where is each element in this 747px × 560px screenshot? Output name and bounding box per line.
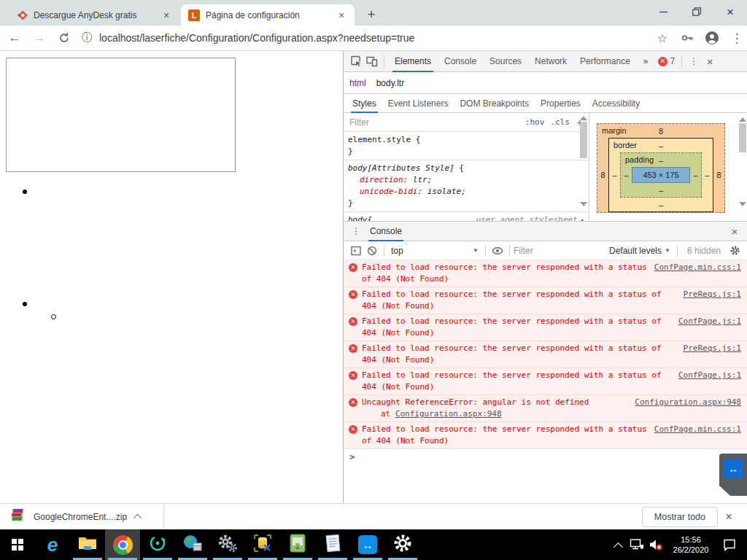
scroll-up-arrow[interactable]: [739, 117, 746, 122]
new-tab-button[interactable]: +: [362, 5, 381, 24]
taskbar-database-tool-button[interactable]: [245, 529, 280, 560]
cls-toggle[interactable]: .cls: [550, 117, 570, 127]
tab-dom-breakpoints[interactable]: DOM Breakpoints: [454, 94, 535, 113]
browser-tab-anydesk[interactable]: Descargue AnyDesk gratis ×: [9, 4, 179, 26]
tab-properties[interactable]: Properties: [535, 94, 587, 113]
tab-close-icon[interactable]: ×: [336, 9, 347, 21]
console-sidebar-icon[interactable]: [348, 243, 364, 259]
scroll-down-arrow[interactable]: [739, 202, 746, 206]
console-source-link[interactable]: ConfPage.min.css:1: [654, 424, 741, 435]
error-icon: [349, 371, 357, 380]
browser-tab-configuracion[interactable]: L Página de configuración ×: [181, 4, 355, 26]
devtools-tab-elements[interactable]: Elements: [388, 51, 438, 72]
devtools-menu-kebab-icon[interactable]: ⋮: [686, 53, 702, 69]
console-error-text: Failed to load resource: the server resp…: [362, 343, 678, 366]
style-rule-body[interactable]: body { user agent stylesheet ▾: [344, 212, 589, 221]
more-tabs-icon[interactable]: »: [637, 51, 655, 72]
console-filter-input[interactable]: [514, 246, 594, 256]
tab-accessibility[interactable]: Accessibility: [587, 94, 646, 113]
execution-context-select[interactable]: top ▼: [388, 246, 481, 256]
taskbar-plugin-app-button[interactable]: [280, 529, 315, 560]
tab-styles[interactable]: Styles: [347, 94, 382, 113]
console-source-link[interactable]: Configuration.aspx:948: [635, 397, 741, 408]
reload-button[interactable]: [54, 28, 74, 48]
metrics-scrollbar[interactable]: [738, 113, 746, 221]
live-expression-eye-icon[interactable]: [489, 243, 506, 259]
taskbar-teamviewer-button[interactable]: ↔: [350, 529, 385, 560]
style-rule-element[interactable]: element.style { }: [344, 132, 589, 160]
console-error-row: Failed to load resource: the server resp…: [344, 422, 747, 449]
error-icon: [349, 398, 357, 407]
tray-time: 15:56: [665, 534, 716, 545]
tray-chevron-up-icon[interactable]: [608, 529, 627, 560]
minimize-button[interactable]: [646, 0, 680, 23]
network-icon[interactable]: [627, 529, 646, 560]
close-window-button[interactable]: ×: [713, 0, 747, 23]
console-prompt[interactable]: >: [344, 449, 747, 465]
divider: [677, 245, 678, 257]
breadcrumb-html[interactable]: html: [349, 78, 366, 88]
taskbar-chrome-button[interactable]: [105, 529, 140, 560]
console-drawer-tab[interactable]: Console: [364, 221, 408, 241]
tab-event-listeners[interactable]: Event Listeners: [382, 94, 454, 113]
scrollbar-thumb[interactable]: [739, 123, 746, 152]
devtools-tab-console[interactable]: Console: [438, 51, 483, 72]
scrollbar-thumb[interactable]: [580, 122, 587, 158]
styles-scrollbar[interactable]: [579, 113, 587, 221]
hov-toggle[interactable]: :hov: [525, 117, 545, 127]
password-key-icon[interactable]: [677, 28, 697, 48]
taskbar-explorer-button[interactable]: [70, 529, 105, 560]
devtools-tab-network[interactable]: Network: [528, 51, 573, 72]
taskbar-updater-app-button[interactable]: [140, 529, 175, 560]
restore-button[interactable]: [680, 0, 713, 23]
console-settings-gear-icon[interactable]: [727, 243, 743, 259]
scroll-down-arrow[interactable]: [580, 202, 587, 206]
volume-muted-icon[interactable]: [646, 529, 665, 560]
taskbar-ie-button[interactable]: e: [35, 529, 70, 560]
start-button[interactable]: [0, 529, 35, 560]
taskbar-notepad-button[interactable]: [315, 529, 350, 560]
devtools-tab-sources[interactable]: Sources: [483, 51, 528, 72]
taskbar-services-button[interactable]: [210, 529, 245, 560]
error-count-badge[interactable]: 7: [658, 56, 676, 66]
drawer-menu-kebab-icon[interactable]: ⋮: [348, 223, 364, 239]
clear-console-icon[interactable]: [364, 243, 380, 259]
bookmark-star-icon[interactable]: ☆: [652, 28, 673, 48]
forward-button[interactable]: →: [29, 28, 50, 48]
address-bar[interactable]: ⓘ localhost/laserfiche/Configuration/Con…: [82, 28, 648, 48]
device-toolbar-icon[interactable]: [364, 53, 380, 69]
profile-avatar[interactable]: [702, 28, 722, 48]
taskbar-settings-button[interactable]: [385, 529, 420, 560]
styles-filter-input[interactable]: [349, 117, 519, 128]
drawer-close-icon[interactable]: ×: [727, 223, 743, 239]
browser-menu-kebab-icon[interactable]: ⋮: [727, 28, 747, 48]
scroll-up-arrow[interactable]: [580, 116, 587, 120]
devtools-close-icon[interactable]: ×: [702, 53, 718, 69]
console-error-row: Failed to load resource: the server resp…: [344, 368, 747, 395]
breadcrumb-body[interactable]: body.ltr: [376, 78, 404, 88]
download-shelf-close-icon[interactable]: ×: [718, 510, 740, 524]
console-source-link[interactable]: PreReqs.js:1: [684, 343, 741, 354]
teamviewer-edge-widget[interactable]: ↔: [719, 454, 747, 496]
green-card-plug-icon: [290, 534, 306, 556]
inspect-element-icon[interactable]: [348, 53, 364, 69]
tab-close-icon[interactable]: ×: [160, 9, 172, 21]
console-source-link[interactable]: PreReqs.js:1: [684, 289, 741, 300]
devtools-tab-performance[interactable]: Performance: [573, 51, 637, 72]
console-source-link[interactable]: ConfPage.js:1: [678, 370, 741, 381]
taskbar-clock[interactable]: 15:56 26/2/2020: [665, 534, 716, 555]
show-all-downloads-button[interactable]: Mostrar todo: [642, 507, 718, 527]
page-info-icon[interactable]: ⓘ: [82, 31, 92, 44]
action-center-icon[interactable]: [716, 529, 743, 560]
log-levels-select[interactable]: Default levels ▼: [606, 246, 673, 256]
style-rule-attributes[interactable]: body[Attributes Style] { direction: ltr;…: [344, 160, 589, 212]
download-item[interactable]: GoogleChromeEnt....zip: [10, 508, 160, 525]
taskbar-iis-manager-button[interactable]: [175, 529, 210, 560]
styles-rules-pane: :hov .cls + element.style { } body[Attri…: [344, 113, 589, 221]
console-source-link[interactable]: ConfPage.js:1: [678, 316, 741, 327]
download-chevron-up-icon[interactable]: [133, 513, 142, 521]
list-bullet: [23, 190, 27, 194]
back-button[interactable]: ←: [4, 28, 25, 48]
console-source-link[interactable]: ConfPage.min.css:1: [654, 262, 741, 273]
stack-trace-link[interactable]: Configuration.aspx:948: [395, 409, 502, 419]
